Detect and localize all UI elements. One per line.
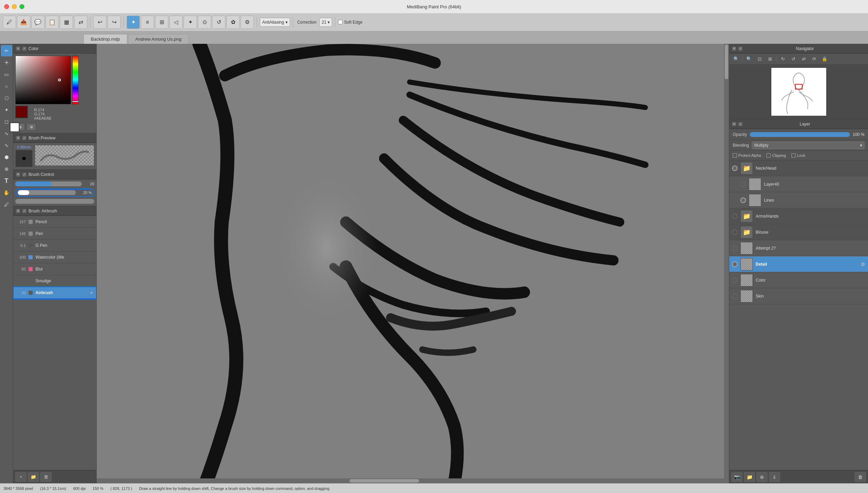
- toolbar-brush-btn[interactable]: 🖊: [3, 16, 16, 29]
- toolbar-bubble-btn[interactable]: 💬: [31, 16, 45, 29]
- protect-alpha-option[interactable]: Protect Alpha: [733, 153, 761, 157]
- tool-flower-btn[interactable]: ✿: [226, 16, 240, 29]
- layer-visibility-toggle[interactable]: [732, 277, 738, 283]
- layer-item-detail[interactable]: Detail⚙: [729, 256, 868, 272]
- lock-option[interactable]: Lock: [791, 153, 805, 157]
- tool-clone[interactable]: ⊕: [1, 163, 12, 175]
- layer-new-btn[interactable]: 📷: [731, 472, 742, 482]
- toolbar-clipboard-btn[interactable]: 📋: [46, 16, 59, 29]
- antialias-dropdown[interactable]: AntiAliasing ▾: [260, 18, 290, 27]
- nav-fit[interactable]: ⊡: [755, 55, 764, 63]
- tool-text[interactable]: T: [1, 175, 12, 186]
- canvas-scrollbar-h[interactable]: [97, 478, 729, 483]
- tool-select-btn[interactable]: ✦: [127, 16, 140, 29]
- brush-item-airbrush[interactable]: 20 Airbrush ★: [13, 287, 96, 299]
- toolbar-upload-btn[interactable]: 📤: [17, 16, 30, 29]
- nav-lock[interactable]: 🔒: [820, 55, 829, 63]
- tool-bucket[interactable]: ⬢: [1, 152, 12, 163]
- brush-preview-detach[interactable]: ⤢: [22, 136, 26, 140]
- tool-eyedropper[interactable]: ✦: [1, 104, 12, 115]
- color-gradient[interactable]: [15, 56, 71, 104]
- navigator-detach[interactable]: ⤢: [738, 47, 742, 51]
- clipping-option[interactable]: Clipping: [766, 153, 786, 157]
- layer-item-lines[interactable]: Lines: [729, 192, 868, 208]
- nav-reset[interactable]: ⟳: [809, 55, 819, 63]
- toolbar-swap-btn[interactable]: ⇄: [74, 16, 87, 29]
- toolbar-grid-btn[interactable]: ▦: [60, 16, 73, 29]
- nav-actual[interactable]: ⊞: [765, 55, 775, 63]
- foreground-color-swatch[interactable]: [15, 106, 28, 118]
- brush-item-pencil[interactable]: 157 Pencil: [13, 216, 96, 228]
- soft-edge-checkbox[interactable]: [338, 20, 343, 24]
- tab-among-us[interactable]: Andrew Among Us.png: [128, 34, 189, 44]
- nav-flip[interactable]: ⇄: [799, 55, 809, 63]
- tool-lasso[interactable]: ○: [1, 81, 12, 92]
- layer-item-neck-head[interactable]: 📁Neck/Head: [729, 160, 868, 176]
- undo-button[interactable]: ↩: [93, 16, 106, 29]
- layer-panel-close[interactable]: ✕: [732, 122, 736, 126]
- clipping-checkbox[interactable]: [766, 153, 771, 157]
- layer-merge-btn[interactable]: ⇓: [769, 472, 780, 482]
- color-action-2[interactable]: ⊗: [26, 123, 36, 131]
- nav-rotate-ccw[interactable]: ↺: [788, 55, 798, 63]
- tool-star-btn[interactable]: ✦: [184, 16, 197, 29]
- extra-slider[interactable]: [15, 199, 94, 204]
- layer-gear-icon[interactable]: ⚙: [861, 261, 865, 267]
- brush-footer-delete[interactable]: 🗑: [40, 472, 51, 482]
- tool-lines-btn[interactable]: ≡: [141, 16, 154, 29]
- tool-hand[interactable]: ✋: [1, 187, 12, 198]
- brush-control-detach[interactable]: ⤢: [22, 172, 26, 177]
- layer-delete-btn[interactable]: 🗑: [855, 472, 866, 482]
- canvas-scrollbar-v-thumb[interactable]: [725, 45, 728, 79]
- tool-move[interactable]: ✛: [1, 57, 12, 68]
- layer-visibility-toggle[interactable]: [740, 197, 746, 203]
- brush-list-close[interactable]: ✕: [16, 209, 20, 213]
- layer-folder-btn[interactable]: 📁: [744, 472, 755, 482]
- layer-item-attempt-2-[interactable]: Attempt 2?: [729, 240, 868, 256]
- nav-rotate-cw[interactable]: ↻: [778, 55, 788, 63]
- layer-item-arms-hands[interactable]: 📁Arms/Hands: [729, 208, 868, 224]
- size-slider[interactable]: [15, 181, 82, 186]
- tool-settings-btn[interactable]: ⚙: [241, 16, 254, 29]
- redo-button[interactable]: ↪: [107, 16, 121, 29]
- canvas-scrollbar-h-thumb[interactable]: [349, 479, 419, 483]
- layer-visibility-toggle[interactable]: [732, 293, 738, 299]
- color-panel-detach[interactable]: ⤢: [22, 47, 26, 51]
- soft-edge-label[interactable]: Soft Edge: [338, 20, 362, 25]
- layer-item-blouse[interactable]: 📁Blouse: [729, 224, 868, 240]
- tool-circle-btn[interactable]: ⊙: [198, 16, 211, 29]
- brush-item-watercolor-(we[interactable]: 100 Watercolor (We: [13, 251, 96, 263]
- nav-zoom-in[interactable]: 🔍: [731, 55, 741, 63]
- tool-select-rect[interactable]: ▭: [1, 69, 12, 80]
- background-color-swatch[interactable]: [10, 122, 19, 132]
- brush-footer-folder[interactable]: 📁: [28, 472, 39, 482]
- opacity-slider[interactable]: [750, 132, 850, 137]
- tool-pen[interactable]: ✏: [1, 45, 12, 56]
- blending-dropdown[interactable]: Multiply ▾: [752, 142, 865, 149]
- correction-dropdown[interactable]: 21 ▾: [319, 18, 332, 27]
- tool-fill[interactable]: ⬡: [1, 92, 12, 104]
- brush-item-g-pen[interactable]: 6.1 G Pen: [13, 240, 96, 251]
- layer-visibility-toggle[interactable]: [732, 213, 738, 219]
- layer-visibility-toggle[interactable]: [740, 181, 746, 187]
- close-button[interactable]: [4, 4, 9, 9]
- tab-backdrop[interactable]: Backdrop.mdp: [83, 34, 127, 44]
- tool-grid-btn[interactable]: ⊞: [155, 16, 168, 29]
- tool-spiral-btn[interactable]: ↺: [212, 16, 225, 29]
- canvas-scrollbar-v[interactable]: [724, 44, 729, 478]
- layer-item-skin[interactable]: Skin: [729, 288, 868, 304]
- protect-alpha-checkbox[interactable]: [733, 153, 737, 157]
- canvas-area[interactable]: [97, 44, 729, 483]
- layer-duplicate-btn[interactable]: ⊕: [756, 472, 767, 482]
- brush-list-scroll[interactable]: 157 Pencil 145 Pen 6.1 G Pen 100 Waterco…: [13, 216, 96, 470]
- hue-bar[interactable]: [72, 56, 79, 104]
- brush-footer-add[interactable]: +: [15, 472, 26, 482]
- nav-zoom-out[interactable]: 🔍: [744, 55, 754, 63]
- layer-visibility-toggle[interactable]: [732, 229, 738, 235]
- layer-visibility-toggle[interactable]: [732, 165, 738, 171]
- layer-panel-detach[interactable]: ⤢: [738, 122, 742, 126]
- brush-control-close[interactable]: ✕: [16, 172, 20, 177]
- color-panel-close[interactable]: ✕: [16, 47, 20, 51]
- nav-image[interactable]: [771, 67, 827, 116]
- opacity-slider[interactable]: [18, 190, 76, 195]
